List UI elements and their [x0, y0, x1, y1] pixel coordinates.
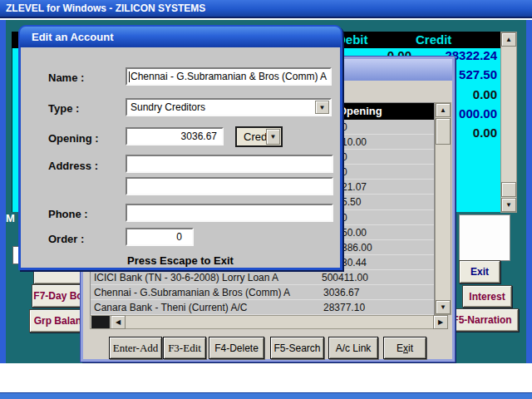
- opening-label: Opening :: [48, 132, 99, 145]
- order-value: 0: [176, 231, 182, 243]
- ledger-scrollbar[interactable]: ▲ ▼: [500, 32, 517, 213]
- name-value: Chennai - G.Subramanian & Bros (Comm) A: [131, 71, 327, 82]
- name-label: Name :: [48, 71, 84, 84]
- exit-label-part: it: [408, 342, 413, 354]
- opening-cell: 21.07: [342, 181, 367, 193]
- order-label: Order :: [48, 233, 84, 245]
- app-title: ZLEVEL for Windows - ZILICON SYSTEMS: [6, 2, 205, 14]
- opening-cell: 5.50: [342, 196, 361, 208]
- opening-cell: 0: [342, 166, 347, 178]
- dialog-title: Edit an Account: [32, 31, 113, 43]
- opening-cell: 386.00: [342, 242, 372, 254]
- blank-panel: [459, 214, 510, 261]
- phone-input[interactable]: [126, 204, 333, 222]
- phone-label: Phone :: [48, 208, 88, 220]
- scroll-right-button[interactable]: ▶: [433, 315, 448, 329]
- chevron-down-icon[interactable]: ▼: [315, 101, 329, 114]
- window-border-right: [526, 20, 532, 363]
- escape-hint: Press Escape to Exit: [21, 254, 340, 267]
- opening-cell: 3036.67: [323, 287, 359, 298]
- type-value: Sundry Creditors: [131, 101, 205, 113]
- dialog-titlebar[interactable]: Edit an Account: [20, 27, 341, 47]
- opening-cell: 50.00: [342, 227, 367, 239]
- account-name-cell: Chennai - G.Subramanian & Bros (Comm) A: [94, 287, 290, 298]
- accounts-scrollbar-horizontal[interactable]: ◀ ▶: [90, 315, 448, 329]
- partial-label: M: [6, 212, 15, 224]
- scroll-up-button[interactable]: ▲: [436, 103, 451, 117]
- window-border-left: [0, 20, 6, 363]
- address-label: Address :: [48, 160, 98, 172]
- exit-label-part: E: [397, 342, 403, 354]
- opening-cell: 30.44: [342, 257, 367, 268]
- ac-link-button[interactable]: A/c Link: [328, 337, 378, 359]
- exit-button[interactable]: Exit: [383, 337, 426, 359]
- account-row[interactable]: Chennai - G.Subramanian & Bros (Comm) A …: [91, 285, 434, 300]
- edit-account-dialog: Edit an Account Name : Type : Opening : …: [18, 25, 342, 270]
- text-cursor: [129, 71, 130, 82]
- app-window: ZLEVEL for Windows - ZILICON SYSTEMS Deb…: [0, 0, 532, 399]
- scroll-down-button[interactable]: ▼: [436, 300, 451, 314]
- app-titlebar[interactable]: ZLEVEL for Windows - ZILICON SYSTEMS: [0, 0, 532, 18]
- name-input[interactable]: Chennai - G.Subramanian & Bros (Comm) A: [126, 67, 332, 86]
- opening-value: 3036.67: [181, 131, 217, 142]
- address-input-1[interactable]: [126, 155, 333, 173]
- address-input-2[interactable]: [126, 177, 333, 195]
- credit-debit-select[interactable]: Credit ▼: [235, 126, 283, 147]
- scrollbar-thumb[interactable]: [436, 118, 451, 145]
- scrollbar-thumb[interactable]: [91, 316, 110, 328]
- account-name-cell: Canara Bank - Theni (Current) A/C: [94, 302, 248, 313]
- order-input[interactable]: 0: [126, 228, 194, 246]
- f5-search-button[interactable]: F5-Search: [270, 337, 324, 359]
- f4-delete-button[interactable]: F4-Delete: [209, 337, 264, 359]
- opening-cell: 0: [342, 212, 347, 224]
- account-name-cell: ICICI Bank (TN - 30-6-2008) Lorry Loan A: [94, 272, 278, 283]
- scroll-up-button[interactable]: ▲: [501, 32, 516, 47]
- opening-cell: 28377.10: [323, 302, 365, 313]
- opening-cell: 0: [342, 151, 347, 163]
- opening-column-header: Opening: [338, 105, 382, 117]
- enter-add-button[interactable]: Enter-Add: [109, 337, 162, 359]
- f3-edit-button[interactable]: F3-Edit: [163, 337, 206, 359]
- scrollbar-thumb[interactable]: [501, 182, 516, 197]
- scroll-left-button[interactable]: ◀: [111, 315, 126, 329]
- account-row[interactable]: Canara Bank - Theni (Current) A/C 28377.…: [91, 300, 434, 315]
- interest-button[interactable]: Interest: [462, 285, 512, 308]
- type-label: Type :: [48, 102, 79, 115]
- opening-cell: 10.00: [342, 136, 367, 148]
- opening-cell: 0: [342, 121, 347, 133]
- opening-input[interactable]: 3036.67: [126, 127, 224, 145]
- scroll-down-button[interactable]: ▼: [501, 198, 516, 212]
- f5-narration-button[interactable]: F5-Narration: [446, 308, 519, 332]
- credit-column-header: Credit: [416, 32, 451, 47]
- accounts-scrollbar-vertical[interactable]: ▲ ▼: [435, 102, 451, 315]
- exit-side-button[interactable]: Exit: [459, 260, 500, 283]
- window-border-bottom: [0, 392, 532, 399]
- type-select[interactable]: Sundry Creditors ▼: [126, 98, 332, 116]
- chevron-down-icon[interactable]: ▼: [266, 129, 280, 145]
- account-row[interactable]: ICICI Bank (TN - 30-6-2008) Lorry Loan A…: [91, 270, 434, 285]
- opening-cell: 500411.00: [322, 272, 368, 283]
